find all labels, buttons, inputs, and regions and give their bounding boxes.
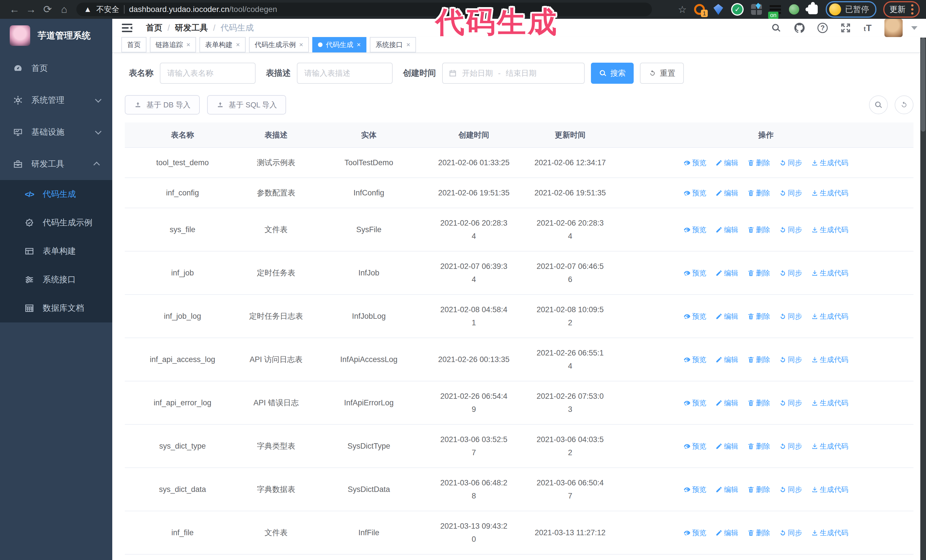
edit-link[interactable]: 编辑 bbox=[716, 396, 738, 409]
generate-code-link[interactable]: 生成代码 bbox=[811, 353, 848, 366]
sidebar-item-codegen-example[interactable]: 代码生成示例 bbox=[0, 208, 112, 237]
help-icon[interactable]: ? bbox=[817, 23, 828, 33]
delete-link[interactable]: 删除 bbox=[747, 223, 770, 236]
sidebar-logo[interactable]: 芋道管理系统 bbox=[0, 19, 112, 53]
preview-link[interactable]: 预览 bbox=[684, 186, 706, 199]
edit-link[interactable]: 编辑 bbox=[716, 266, 738, 279]
browser-back-icon[interactable]: ← bbox=[6, 0, 23, 19]
sidebar-item-home[interactable]: 首页 bbox=[0, 53, 112, 84]
preview-link[interactable]: 预览 bbox=[684, 353, 706, 366]
github-icon[interactable] bbox=[794, 23, 805, 33]
delete-link[interactable]: 删除 bbox=[747, 186, 770, 199]
generate-code-link[interactable]: 生成代码 bbox=[811, 483, 848, 496]
close-icon[interactable]: × bbox=[357, 41, 361, 49]
extension-check-icon[interactable]: ✓ bbox=[731, 3, 744, 16]
preview-link[interactable]: 预览 bbox=[684, 396, 706, 409]
generate-code-link[interactable]: 生成代码 bbox=[811, 156, 848, 169]
extensions-puzzle-icon[interactable] bbox=[807, 3, 819, 15]
preview-link[interactable]: 预览 bbox=[684, 439, 706, 453]
tag-form-builder[interactable]: 表单构建× bbox=[200, 37, 246, 53]
edit-link[interactable]: 编辑 bbox=[716, 439, 738, 453]
sync-link[interactable]: 同步 bbox=[779, 526, 802, 539]
bookmark-star-icon[interactable]: ☆ bbox=[678, 4, 687, 15]
scrollbar-thumb[interactable] bbox=[921, 38, 925, 131]
delete-link[interactable]: 删除 bbox=[747, 439, 770, 453]
edit-link[interactable]: 编辑 bbox=[716, 353, 738, 366]
browser-home-icon[interactable]: ⌂ bbox=[56, 0, 73, 19]
extension-gem-icon[interactable] bbox=[712, 3, 724, 15]
close-icon[interactable]: × bbox=[186, 41, 190, 49]
sidebar-item-db-doc[interactable]: 数据库文档 bbox=[0, 294, 112, 323]
generate-code-link[interactable]: 生成代码 bbox=[811, 396, 848, 409]
edit-link[interactable]: 编辑 bbox=[716, 526, 738, 539]
generate-code-link[interactable]: 生成代码 bbox=[811, 309, 848, 323]
sync-link[interactable]: 同步 bbox=[779, 223, 802, 236]
extension-orange-icon[interactable]: 1 bbox=[693, 3, 705, 15]
delete-link[interactable]: 删除 bbox=[747, 483, 770, 496]
tag-tracing[interactable]: 链路追踪× bbox=[150, 37, 196, 53]
preview-link[interactable]: 预览 bbox=[684, 223, 706, 236]
sidebar-collapse-icon[interactable] bbox=[121, 22, 133, 34]
browser-forward-icon[interactable]: → bbox=[23, 0, 39, 19]
sync-link[interactable]: 同步 bbox=[779, 483, 802, 496]
generate-code-link[interactable]: 生成代码 bbox=[811, 526, 848, 539]
search-icon[interactable] bbox=[771, 23, 782, 33]
browser-update-button[interactable]: 更新 bbox=[883, 1, 920, 18]
import-sql-button[interactable]: 基于 SQL 导入 bbox=[207, 95, 286, 115]
delete-link[interactable]: 删除 bbox=[747, 309, 770, 323]
preview-link[interactable]: 预览 bbox=[684, 309, 706, 323]
sync-link[interactable]: 同步 bbox=[779, 353, 802, 366]
preview-link[interactable]: 预览 bbox=[684, 156, 706, 169]
delete-link[interactable]: 删除 bbox=[747, 266, 770, 279]
tag-system-api[interactable]: 系统接口× bbox=[370, 37, 416, 53]
sync-link[interactable]: 同步 bbox=[779, 186, 802, 199]
page-scrollbar[interactable] bbox=[920, 38, 926, 560]
preview-link[interactable]: 预览 bbox=[684, 483, 706, 496]
address-bar[interactable]: ▲ 不安全 dashboard.yudao.iocoder.cn/tool/co… bbox=[76, 3, 652, 16]
breadcrumb-devtools[interactable]: 研发工具 bbox=[175, 22, 208, 33]
extension-switch-icon[interactable]: on bbox=[769, 3, 781, 15]
sync-link[interactable]: 同步 bbox=[779, 156, 802, 169]
fullscreen-icon[interactable] bbox=[840, 23, 851, 33]
tag-codegen-active[interactable]: 代码生成× bbox=[312, 37, 366, 53]
sidebar-item-devtools[interactable]: 研发工具 bbox=[0, 148, 112, 180]
generate-code-link[interactable]: 生成代码 bbox=[811, 223, 848, 236]
sync-link[interactable]: 同步 bbox=[779, 309, 802, 323]
edit-link[interactable]: 编辑 bbox=[716, 223, 738, 236]
date-range-picker[interactable]: 开始日期 - 结束日期 bbox=[442, 63, 585, 84]
reset-button[interactable]: 重置 bbox=[640, 63, 684, 84]
breadcrumb-home[interactable]: 首页 bbox=[146, 22, 162, 33]
browser-menu-icon[interactable] bbox=[911, 4, 914, 15]
search-button[interactable]: 搜索 bbox=[591, 63, 634, 84]
generate-code-link[interactable]: 生成代码 bbox=[811, 186, 848, 199]
sidebar-item-codegen[interactable]: </> 代码生成 bbox=[0, 180, 112, 208]
extension-grid-icon[interactable] bbox=[750, 3, 763, 15]
tag-codegen-example[interactable]: 代码生成示例× bbox=[249, 37, 309, 53]
user-avatar[interactable] bbox=[884, 19, 903, 37]
delete-link[interactable]: 删除 bbox=[747, 156, 770, 169]
font-size-icon[interactable]: tT bbox=[864, 23, 872, 33]
profile-paused-badge[interactable]: 已暂停 bbox=[826, 1, 876, 18]
refresh-table-button[interactable] bbox=[895, 95, 914, 114]
table-desc-input[interactable] bbox=[297, 63, 393, 84]
delete-link[interactable]: 删除 bbox=[747, 396, 770, 409]
edit-link[interactable]: 编辑 bbox=[716, 483, 738, 496]
tag-home[interactable]: 首页 bbox=[121, 37, 147, 53]
sidebar-item-system[interactable]: 系统管理 bbox=[0, 84, 112, 116]
edit-link[interactable]: 编辑 bbox=[716, 309, 738, 323]
generate-code-link[interactable]: 生成代码 bbox=[811, 439, 848, 453]
sync-link[interactable]: 同步 bbox=[779, 396, 802, 409]
sidebar-item-system-api[interactable]: 系统接口 bbox=[0, 266, 112, 294]
delete-link[interactable]: 删除 bbox=[747, 353, 770, 366]
close-icon[interactable]: × bbox=[299, 41, 303, 49]
sidebar-item-form-builder[interactable]: 表单构建 bbox=[0, 237, 112, 266]
preview-link[interactable]: 预览 bbox=[684, 526, 706, 539]
sync-link[interactable]: 同步 bbox=[779, 439, 802, 453]
preview-link[interactable]: 预览 bbox=[684, 266, 706, 279]
sidebar-item-infra[interactable]: 基础设施 bbox=[0, 116, 112, 148]
toggle-search-button[interactable] bbox=[869, 95, 888, 114]
edit-link[interactable]: 编辑 bbox=[716, 156, 738, 169]
sync-link[interactable]: 同步 bbox=[779, 266, 802, 279]
generate-code-link[interactable]: 生成代码 bbox=[811, 266, 848, 279]
browser-reload-icon[interactable]: ⟳ bbox=[39, 0, 56, 19]
